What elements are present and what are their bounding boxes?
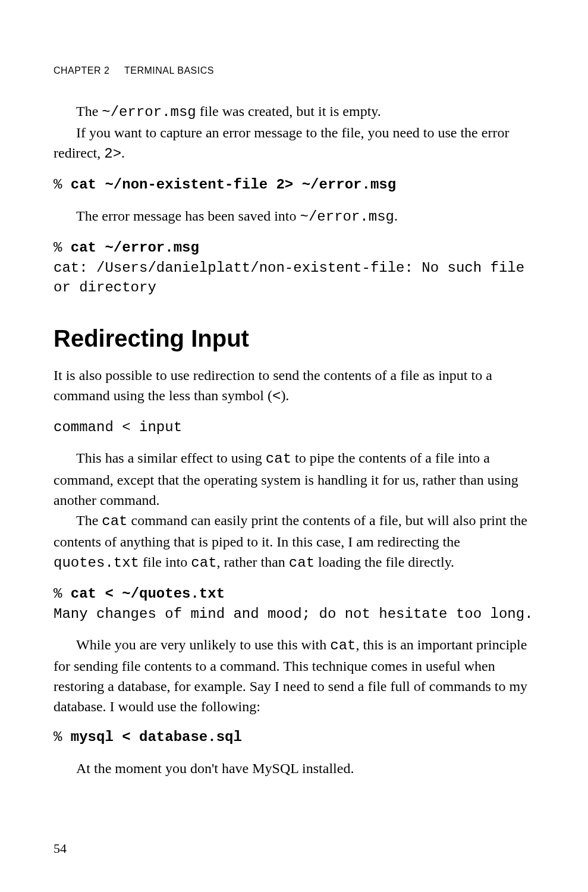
text: The <box>76 103 102 119</box>
inline-code: cat <box>289 555 315 571</box>
prompt: % <box>54 586 71 602</box>
text: The <box>76 513 102 528</box>
text: . <box>394 208 398 224</box>
text: The error message has been saved into <box>76 208 300 224</box>
paragraph: The ~/error.msg file was created, but it… <box>54 101 534 123</box>
command: cat ~/non-existent-file 2> ~/error.msg <box>71 177 396 193</box>
text: While you are very unlikely to use this … <box>76 637 330 652</box>
paragraph: At the moment you don't have MySQL insta… <box>54 758 534 778</box>
code-block: command < input <box>54 417 534 438</box>
output: cat: /Users/danielplatt/non-existent-fil… <box>54 260 533 296</box>
inline-code: ~/error.msg <box>102 104 196 120</box>
output: Many changes of mind and mood; do not he… <box>54 606 533 622</box>
text: , rather than <box>217 554 289 570</box>
paragraph: The error message has been saved into ~/… <box>54 206 534 227</box>
page-number: 54 <box>54 841 67 856</box>
paragraph: While you are very unlikely to use this … <box>54 635 534 717</box>
running-header: Chapter 2 Terminal Basics <box>54 65 534 76</box>
prompt: % <box>54 177 71 193</box>
code-block: % cat < ~/quotes.txt Many changes of min… <box>54 584 534 624</box>
inline-code: cat <box>102 513 127 529</box>
inline-code: 2> <box>104 146 121 162</box>
text: ). <box>281 388 289 403</box>
chapter-title: Terminal Basics <box>124 65 214 76</box>
command: cat < ~/quotes.txt <box>71 586 225 602</box>
page: Chapter 2 Terminal Basics The ~/error.ms… <box>0 0 588 892</box>
code-block: % cat ~/non-existent-file 2> ~/error.msg <box>54 175 534 195</box>
command: command < input <box>54 419 182 435</box>
chapter-label: Chapter 2 <box>54 65 109 76</box>
code-block: % mysql < database.sql <box>54 727 534 747</box>
inline-code: quotes.txt <box>54 555 139 571</box>
paragraph: If you want to capture an error message … <box>54 123 534 164</box>
paragraph: This has a similar effect to using cat t… <box>54 448 534 510</box>
text: loading the file directly. <box>315 554 454 570</box>
text: file was created, but it is empty. <box>196 103 381 119</box>
text: . <box>121 145 125 161</box>
inline-code: ~/error.msg <box>300 209 394 225</box>
text: file into <box>139 554 191 570</box>
prompt: % <box>54 729 71 745</box>
command: mysql < database.sql <box>71 729 242 745</box>
inline-code: cat <box>330 637 356 654</box>
section-heading: Redirecting Input <box>54 325 534 352</box>
prompt: % <box>54 240 71 256</box>
text: At the moment you don't have MySQL insta… <box>76 761 354 776</box>
command: cat ~/error.msg <box>71 240 199 256</box>
inline-code: cat <box>266 451 291 467</box>
text: This has a similar effect to using <box>76 450 266 466</box>
inline-code: cat <box>191 555 216 571</box>
inline-code: < <box>272 388 281 404</box>
paragraph: It is also possible to use redirection t… <box>54 365 534 407</box>
code-block: % cat ~/error.msg cat: /Users/danielplat… <box>54 238 534 298</box>
paragraph: The cat command can easily print the con… <box>54 510 534 573</box>
